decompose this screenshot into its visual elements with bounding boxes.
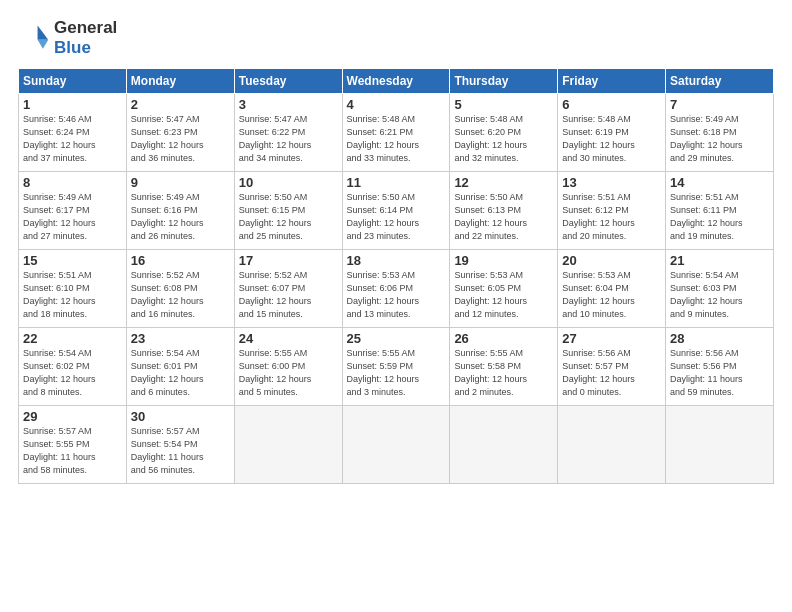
day-number: 28 bbox=[670, 331, 769, 346]
day-number: 8 bbox=[23, 175, 122, 190]
day-number: 3 bbox=[239, 97, 338, 112]
cell-info: Sunrise: 5:56 AMSunset: 5:56 PMDaylight:… bbox=[670, 348, 743, 397]
calendar-cell: 18Sunrise: 5:53 AMSunset: 6:06 PMDayligh… bbox=[342, 250, 450, 328]
day-number: 25 bbox=[347, 331, 446, 346]
calendar-cell: 3Sunrise: 5:47 AMSunset: 6:22 PMDaylight… bbox=[234, 94, 342, 172]
day-of-week-header: Thursday bbox=[450, 69, 558, 94]
calendar-cell: 29Sunrise: 5:57 AMSunset: 5:55 PMDayligh… bbox=[19, 406, 127, 484]
day-number: 26 bbox=[454, 331, 553, 346]
cell-info: Sunrise: 5:53 AMSunset: 6:04 PMDaylight:… bbox=[562, 270, 635, 319]
calendar-cell: 7Sunrise: 5:49 AMSunset: 6:18 PMDaylight… bbox=[666, 94, 774, 172]
day-of-week-header: Tuesday bbox=[234, 69, 342, 94]
cell-info: Sunrise: 5:55 AMSunset: 5:58 PMDaylight:… bbox=[454, 348, 527, 397]
cell-info: Sunrise: 5:54 AMSunset: 6:03 PMDaylight:… bbox=[670, 270, 743, 319]
day-number: 10 bbox=[239, 175, 338, 190]
calendar-cell: 17Sunrise: 5:52 AMSunset: 6:07 PMDayligh… bbox=[234, 250, 342, 328]
day-number: 9 bbox=[131, 175, 230, 190]
day-number: 7 bbox=[670, 97, 769, 112]
calendar-week-row: 22Sunrise: 5:54 AMSunset: 6:02 PMDayligh… bbox=[19, 328, 774, 406]
logo-text: General Blue bbox=[54, 18, 117, 58]
day-number: 30 bbox=[131, 409, 230, 424]
day-number: 18 bbox=[347, 253, 446, 268]
calendar-cell: 25Sunrise: 5:55 AMSunset: 5:59 PMDayligh… bbox=[342, 328, 450, 406]
day-number: 13 bbox=[562, 175, 661, 190]
calendar-cell: 23Sunrise: 5:54 AMSunset: 6:01 PMDayligh… bbox=[126, 328, 234, 406]
day-number: 12 bbox=[454, 175, 553, 190]
cell-info: Sunrise: 5:51 AMSunset: 6:10 PMDaylight:… bbox=[23, 270, 96, 319]
cell-info: Sunrise: 5:49 AMSunset: 6:17 PMDaylight:… bbox=[23, 192, 96, 241]
calendar-cell: 9Sunrise: 5:49 AMSunset: 6:16 PMDaylight… bbox=[126, 172, 234, 250]
calendar-cell: 8Sunrise: 5:49 AMSunset: 6:17 PMDaylight… bbox=[19, 172, 127, 250]
day-number: 2 bbox=[131, 97, 230, 112]
day-number: 23 bbox=[131, 331, 230, 346]
calendar-cell: 11Sunrise: 5:50 AMSunset: 6:14 PMDayligh… bbox=[342, 172, 450, 250]
cell-info: Sunrise: 5:49 AMSunset: 6:16 PMDaylight:… bbox=[131, 192, 204, 241]
cell-info: Sunrise: 5:55 AMSunset: 6:00 PMDaylight:… bbox=[239, 348, 312, 397]
cell-info: Sunrise: 5:51 AMSunset: 6:11 PMDaylight:… bbox=[670, 192, 743, 241]
calendar-cell bbox=[234, 406, 342, 484]
cell-info: Sunrise: 5:53 AMSunset: 6:06 PMDaylight:… bbox=[347, 270, 420, 319]
logo: General Blue bbox=[18, 18, 117, 58]
calendar-cell: 13Sunrise: 5:51 AMSunset: 6:12 PMDayligh… bbox=[558, 172, 666, 250]
day-number: 1 bbox=[23, 97, 122, 112]
cell-info: Sunrise: 5:47 AMSunset: 6:23 PMDaylight:… bbox=[131, 114, 204, 163]
calendar-cell: 5Sunrise: 5:48 AMSunset: 6:20 PMDaylight… bbox=[450, 94, 558, 172]
svg-marker-0 bbox=[38, 26, 49, 40]
day-number: 15 bbox=[23, 253, 122, 268]
day-number: 5 bbox=[454, 97, 553, 112]
calendar-cell: 16Sunrise: 5:52 AMSunset: 6:08 PMDayligh… bbox=[126, 250, 234, 328]
calendar-cell: 6Sunrise: 5:48 AMSunset: 6:19 PMDaylight… bbox=[558, 94, 666, 172]
day-number: 21 bbox=[670, 253, 769, 268]
calendar-week-row: 15Sunrise: 5:51 AMSunset: 6:10 PMDayligh… bbox=[19, 250, 774, 328]
calendar-cell: 22Sunrise: 5:54 AMSunset: 6:02 PMDayligh… bbox=[19, 328, 127, 406]
header: General Blue bbox=[18, 18, 774, 58]
calendar-cell: 12Sunrise: 5:50 AMSunset: 6:13 PMDayligh… bbox=[450, 172, 558, 250]
calendar-cell: 27Sunrise: 5:56 AMSunset: 5:57 PMDayligh… bbox=[558, 328, 666, 406]
cell-info: Sunrise: 5:50 AMSunset: 6:14 PMDaylight:… bbox=[347, 192, 420, 241]
calendar-cell: 10Sunrise: 5:50 AMSunset: 6:15 PMDayligh… bbox=[234, 172, 342, 250]
cell-info: Sunrise: 5:50 AMSunset: 6:15 PMDaylight:… bbox=[239, 192, 312, 241]
day-number: 19 bbox=[454, 253, 553, 268]
calendar-cell: 1Sunrise: 5:46 AMSunset: 6:24 PMDaylight… bbox=[19, 94, 127, 172]
calendar-cell: 2Sunrise: 5:47 AMSunset: 6:23 PMDaylight… bbox=[126, 94, 234, 172]
calendar-cell: 26Sunrise: 5:55 AMSunset: 5:58 PMDayligh… bbox=[450, 328, 558, 406]
day-of-week-header: Saturday bbox=[666, 69, 774, 94]
day-of-week-header: Friday bbox=[558, 69, 666, 94]
calendar-cell: 15Sunrise: 5:51 AMSunset: 6:10 PMDayligh… bbox=[19, 250, 127, 328]
day-of-week-header: Wednesday bbox=[342, 69, 450, 94]
calendar-cell bbox=[558, 406, 666, 484]
cell-info: Sunrise: 5:51 AMSunset: 6:12 PMDaylight:… bbox=[562, 192, 635, 241]
day-number: 24 bbox=[239, 331, 338, 346]
calendar-week-row: 1Sunrise: 5:46 AMSunset: 6:24 PMDaylight… bbox=[19, 94, 774, 172]
day-number: 27 bbox=[562, 331, 661, 346]
calendar-body: 1Sunrise: 5:46 AMSunset: 6:24 PMDaylight… bbox=[19, 94, 774, 484]
cell-info: Sunrise: 5:48 AMSunset: 6:19 PMDaylight:… bbox=[562, 114, 635, 163]
cell-info: Sunrise: 5:57 AMSunset: 5:55 PMDaylight:… bbox=[23, 426, 96, 475]
calendar-cell: 30Sunrise: 5:57 AMSunset: 5:54 PMDayligh… bbox=[126, 406, 234, 484]
calendar-cell: 24Sunrise: 5:55 AMSunset: 6:00 PMDayligh… bbox=[234, 328, 342, 406]
day-number: 22 bbox=[23, 331, 122, 346]
day-number: 16 bbox=[131, 253, 230, 268]
cell-info: Sunrise: 5:48 AMSunset: 6:20 PMDaylight:… bbox=[454, 114, 527, 163]
calendar-cell: 28Sunrise: 5:56 AMSunset: 5:56 PMDayligh… bbox=[666, 328, 774, 406]
day-number: 29 bbox=[23, 409, 122, 424]
day-number: 11 bbox=[347, 175, 446, 190]
cell-info: Sunrise: 5:52 AMSunset: 6:08 PMDaylight:… bbox=[131, 270, 204, 319]
day-of-week-header: Sunday bbox=[19, 69, 127, 94]
cell-info: Sunrise: 5:46 AMSunset: 6:24 PMDaylight:… bbox=[23, 114, 96, 163]
day-number: 17 bbox=[239, 253, 338, 268]
cell-info: Sunrise: 5:56 AMSunset: 5:57 PMDaylight:… bbox=[562, 348, 635, 397]
calendar-cell: 21Sunrise: 5:54 AMSunset: 6:03 PMDayligh… bbox=[666, 250, 774, 328]
day-number: 4 bbox=[347, 97, 446, 112]
cell-info: Sunrise: 5:52 AMSunset: 6:07 PMDaylight:… bbox=[239, 270, 312, 319]
calendar-cell bbox=[342, 406, 450, 484]
calendar-table: SundayMondayTuesdayWednesdayThursdayFrid… bbox=[18, 68, 774, 484]
cell-info: Sunrise: 5:53 AMSunset: 6:05 PMDaylight:… bbox=[454, 270, 527, 319]
calendar-cell: 20Sunrise: 5:53 AMSunset: 6:04 PMDayligh… bbox=[558, 250, 666, 328]
day-number: 20 bbox=[562, 253, 661, 268]
cell-info: Sunrise: 5:57 AMSunset: 5:54 PMDaylight:… bbox=[131, 426, 204, 475]
calendar-cell: 19Sunrise: 5:53 AMSunset: 6:05 PMDayligh… bbox=[450, 250, 558, 328]
cell-info: Sunrise: 5:47 AMSunset: 6:22 PMDaylight:… bbox=[239, 114, 312, 163]
cell-info: Sunrise: 5:54 AMSunset: 6:02 PMDaylight:… bbox=[23, 348, 96, 397]
cell-info: Sunrise: 5:54 AMSunset: 6:01 PMDaylight:… bbox=[131, 348, 204, 397]
